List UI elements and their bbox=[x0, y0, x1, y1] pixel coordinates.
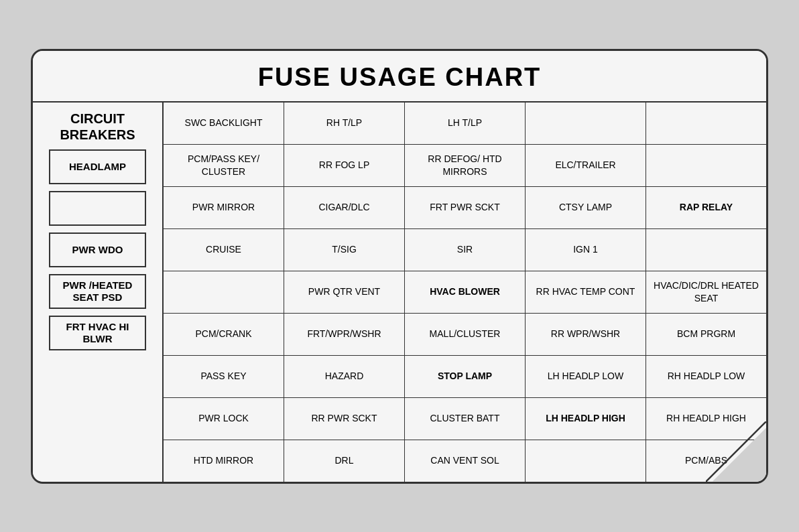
grid-row: PWR QTR VENTHVAC BLOWERRR HVAC TEMP CONT… bbox=[164, 271, 766, 314]
grid-cell: RH T/LP bbox=[284, 103, 405, 144]
grid-cell: STOP LAMP bbox=[405, 356, 526, 397]
grid-cell: HTD MIRROR bbox=[164, 440, 284, 482]
grid-cell: T/SIG bbox=[284, 229, 405, 271]
grid-cell: RR PWR SCKT bbox=[284, 398, 405, 440]
grid-cell: PASS KEY bbox=[164, 356, 284, 397]
grid-cell: HVAC BLOWER bbox=[405, 271, 526, 313]
grid-cell: RH HEADLP HIGH bbox=[646, 398, 766, 440]
grid-cell bbox=[526, 103, 646, 144]
grid-cell: CTSY LAMP bbox=[526, 187, 646, 228]
grid-cell: FRT PWR SCKT bbox=[405, 187, 526, 228]
grid-cell: FRT/WPR/WSHR bbox=[284, 314, 405, 355]
chart-container: FUSE USAGE CHART CIRCUIT BREAKERS HEADLA… bbox=[31, 49, 768, 484]
grid-cell: SIR bbox=[405, 229, 526, 271]
grid-cell: RR WPR/WSHR bbox=[526, 314, 646, 355]
grid-cell: IGN 1 bbox=[526, 229, 646, 271]
breaker-pwr-wdo: PWR WDO bbox=[49, 232, 146, 267]
grid-row: PCM/CRANKFRT/WPR/WSHRMALL/CLUSTERRR WPR/… bbox=[164, 314, 766, 356]
grid-cell bbox=[526, 440, 646, 482]
breaker-frt-hvac: FRT HVAC HI BLWR bbox=[49, 316, 146, 350]
grid-cell: LH HEADLP LOW bbox=[526, 356, 646, 397]
grid-row: PCM/PASS KEY/ CLUSTERRR FOG LPRR DEFOG/ … bbox=[164, 145, 766, 187]
grid-cell bbox=[646, 229, 766, 271]
grid-row: PASS KEYHAZARDSTOP LAMPLH HEADLP LOWRH H… bbox=[164, 356, 766, 398]
grid-row: CRUISET/SIGSIRIGN 1 bbox=[164, 229, 766, 271]
grid-cell: PCM/PASS KEY/ CLUSTER bbox=[164, 145, 284, 186]
grid-cell: RR DEFOG/ HTD MIRRORS bbox=[405, 145, 526, 186]
grid-cell: CRUISE bbox=[164, 229, 284, 271]
grid-cell: LH HEADLP HIGH bbox=[526, 398, 646, 440]
grid-cell: RR HVAC TEMP CONT bbox=[526, 271, 646, 313]
breaker-empty bbox=[49, 191, 146, 226]
chart-title: FUSE USAGE CHART bbox=[33, 51, 766, 103]
grid-cell bbox=[646, 145, 766, 186]
grid-cell: PWR QTR VENT bbox=[284, 271, 405, 313]
grid-cell: RH HEADLP LOW bbox=[646, 356, 766, 397]
grid-cell: PWR MIRROR bbox=[164, 187, 284, 228]
grid-row: HTD MIRRORDRLCAN VENT SOLPCM/ABS bbox=[164, 440, 766, 482]
right-grid: SWC BACKLIGHTRH T/LPLH T/LPPCM/PASS KEY/… bbox=[164, 103, 766, 482]
grid-cell: RR FOG LP bbox=[284, 145, 405, 186]
grid-cell: LH T/LP bbox=[405, 103, 526, 144]
grid-cell: HAZARD bbox=[284, 356, 405, 397]
grid-cell bbox=[646, 103, 766, 144]
grid-cell: HVAC/DIC/DRL HEATED SEAT bbox=[646, 271, 766, 313]
grid-row: PWR LOCKRR PWR SCKTCLUSTER BATTLH HEADLP… bbox=[164, 398, 766, 440]
grid-cell: MALL/CLUSTER bbox=[405, 314, 526, 355]
breaker-headlamp: HEADLAMP bbox=[49, 149, 146, 184]
breaker-pwr-heated-seat: PWR /HEATED SEAT PSD bbox=[49, 274, 146, 309]
grid-cell: CIGAR/DLC bbox=[284, 187, 405, 228]
grid-cell: BCM PRGRM bbox=[646, 314, 766, 355]
grid-cell: SWC BACKLIGHT bbox=[164, 103, 284, 144]
grid-cell: DRL bbox=[284, 440, 405, 482]
grid-cell: ELC/TRAILER bbox=[526, 145, 646, 186]
grid-row: SWC BACKLIGHTRH T/LPLH T/LP bbox=[164, 103, 766, 145]
circuit-breakers-heading: CIRCUIT BREAKERS bbox=[40, 111, 156, 143]
grid-cell: PWR LOCK bbox=[164, 398, 284, 440]
left-column: CIRCUIT BREAKERS HEADLAMP PWR WDO PWR /H… bbox=[33, 103, 164, 482]
grid-cell: RAP RELAY bbox=[646, 187, 766, 228]
grid-cell: PCM/CRANK bbox=[164, 314, 284, 355]
grid-row: PWR MIRRORCIGAR/DLCFRT PWR SCKTCTSY LAMP… bbox=[164, 187, 766, 229]
grid-cell: CLUSTER BATT bbox=[405, 398, 526, 440]
grid-cell bbox=[164, 271, 284, 313]
chart-body: CIRCUIT BREAKERS HEADLAMP PWR WDO PWR /H… bbox=[33, 103, 766, 482]
grid-cell: CAN VENT SOL bbox=[405, 440, 526, 482]
grid-cell: PCM/ABS bbox=[646, 440, 766, 482]
